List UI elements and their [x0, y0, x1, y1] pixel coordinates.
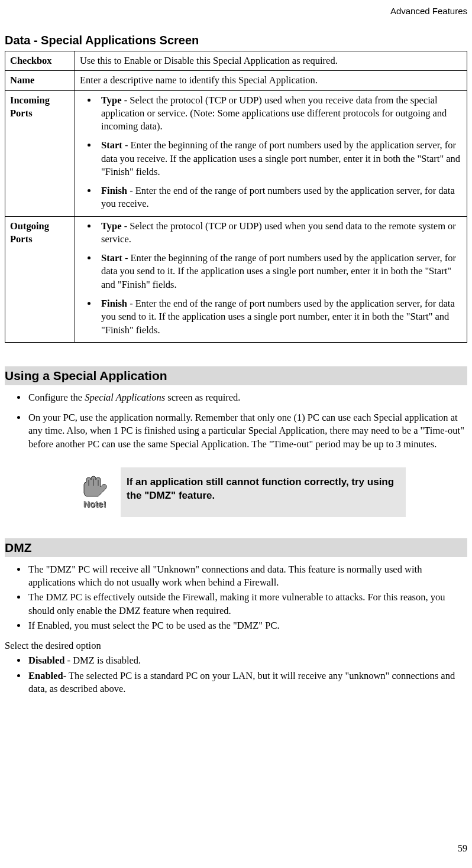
term: Finish	[101, 298, 127, 309]
term: Type	[101, 95, 122, 106]
row-label-checkbox: Checkbox	[5, 51, 75, 71]
note-icon-box: Note!	[75, 467, 121, 517]
desc: - Select the protocol (TCP or UDP) used …	[101, 95, 447, 132]
desc: - The selected PC is a standard PC on yo…	[28, 670, 455, 694]
row-desc-incoming: Type - Select the protocol (TCP or UDP) …	[75, 90, 467, 216]
note-hand-icon	[80, 475, 109, 498]
list-item: Disabled - DMZ is disabled.	[27, 654, 467, 667]
note-text: If an application still cannot function …	[121, 467, 406, 517]
page-number: 59	[458, 843, 467, 854]
list-item: On your PC, use the application normally…	[27, 411, 467, 451]
row-label-incoming: Incoming Ports	[5, 90, 75, 216]
list-item: Enabled- The selected PC is a standard P…	[27, 669, 467, 696]
row-label-name: Name	[5, 71, 75, 90]
list-item: Finish - Enter the end of the range of p…	[98, 184, 462, 211]
row-desc-checkbox: Use this to Enable or Disable this Speci…	[75, 51, 467, 71]
desc: - Enter the end of the range of port num…	[101, 185, 455, 209]
row-label-outgoing: Outgoing Ports	[5, 216, 75, 342]
list-item: Configure the Special Applications scree…	[27, 391, 467, 404]
desc: - Enter the beginning of the range of po…	[101, 139, 460, 177]
desc: - DMZ is disabled.	[64, 655, 141, 666]
note-block: Note! If an application still cannot fun…	[75, 467, 406, 517]
list-item: Start - Enter the beginning of the range…	[98, 252, 462, 291]
desc: - Select the protocol (TCP or UDP) used …	[101, 220, 456, 245]
table-row: Outgoing Ports Type - Select the protoco…	[5, 216, 467, 342]
list-item: Finish - Enter the end of the range of p…	[98, 297, 462, 337]
table-row: Name Enter a descriptive name to identif…	[5, 71, 467, 90]
note-label: Note!	[83, 499, 106, 509]
header-label: Advanced Features	[0, 6, 472, 16]
table-row: Checkbox Use this to Enable or Disable t…	[5, 51, 467, 71]
data-table: Checkbox Use this to Enable or Disable t…	[5, 51, 467, 343]
list-item: Type - Select the protocol (TCP or UDP) …	[98, 94, 462, 134]
page-content: Data - Special Applications Screen Check…	[0, 34, 472, 695]
list-item: The "DMZ" PC will receive all "Unknown" …	[27, 563, 467, 590]
table-row: Incoming Ports Type - Select the protoco…	[5, 90, 467, 216]
term: Type	[101, 220, 122, 232]
desc: - Enter the beginning of the range of po…	[101, 252, 456, 290]
term: Finish	[101, 185, 127, 196]
list-item: The DMZ PC is effectively outside the Fi…	[27, 591, 467, 617]
row-desc-name: Enter a descriptive name to identify thi…	[75, 71, 467, 90]
select-text: Select the desired option	[5, 639, 467, 652]
section-title-data: Data - Special Applications Screen	[5, 34, 467, 47]
heading-dmz: DMZ	[5, 538, 467, 557]
list-item: Start - Enter the beginning of the range…	[98, 139, 462, 178]
term: Start	[101, 252, 122, 264]
text-italic: Special Applications	[85, 392, 165, 403]
desc: - Enter the end of the range of port num…	[101, 298, 455, 336]
row-desc-outgoing: Type - Select the protocol (TCP or UDP) …	[75, 216, 467, 342]
term: Enabled	[28, 670, 63, 681]
heading-using: Using a Special Application	[5, 366, 467, 385]
term: Start	[101, 139, 122, 151]
list-item: Type - Select the protocol (TCP or UDP) …	[98, 220, 462, 246]
text-post: screen as required.	[165, 392, 240, 403]
list-item: If Enabled, you must select the PC to be…	[27, 619, 467, 632]
text-pre: Configure the	[28, 392, 85, 403]
term: Disabled	[28, 655, 64, 666]
